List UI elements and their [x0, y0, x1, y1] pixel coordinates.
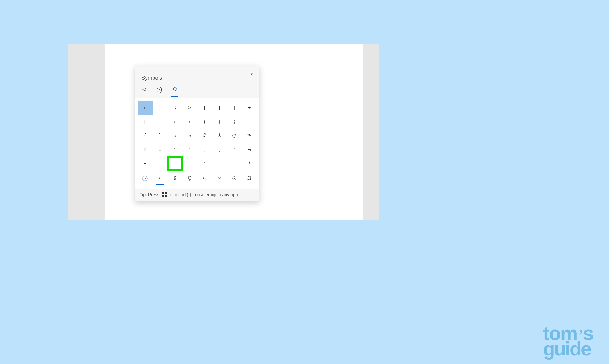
- tab-symbols[interactable]: Ω: [171, 86, 178, 94]
- symbol-cell[interactable]: {: [138, 129, 153, 143]
- symbol-cell[interactable]: “: [182, 157, 197, 171]
- symbol-cell[interactable]: «: [167, 129, 182, 143]
- symbol-cell[interactable]: ™: [242, 129, 257, 143]
- cat-recent[interactable]: 🕒: [138, 172, 153, 184]
- symbol-cell[interactable]: }: [153, 129, 167, 143]
- tip-bar: Tip: Press + period (.) to use emoji in …: [135, 189, 259, 201]
- symbol-cell[interactable]: ®: [212, 129, 227, 143]
- symbol-cell[interactable]: ÷: [138, 157, 153, 171]
- symbol-cell[interactable]: ‟: [227, 157, 242, 171]
- tab-emoji[interactable]: ☺: [141, 86, 148, 94]
- cat-geometric[interactable]: ☉: [227, 172, 242, 184]
- svg-rect-0: [162, 192, 164, 194]
- symbol-cell[interactable]: ‹: [167, 115, 182, 129]
- symbol-grid: ()<>[]|+[]‹›()¦-{}«»©®℗™×=‘’,‚‛¬÷–—“”„‟/: [136, 101, 259, 171]
- symbol-cell[interactable]: ”: [197, 157, 212, 171]
- cat-punctuation[interactable]: <: [153, 172, 167, 184]
- symbol-cell[interactable]: ): [153, 101, 167, 115]
- symbol-cell[interactable]: ]: [153, 115, 167, 129]
- cat-arrows[interactable]: ⇆: [197, 172, 212, 184]
- panel-title: Symbols: [141, 75, 253, 81]
- svg-rect-1: [165, 192, 167, 194]
- symbol-cell[interactable]: <: [167, 101, 182, 115]
- symbol-cell[interactable]: ¬: [242, 143, 257, 157]
- symbol-cell[interactable]: ¦: [227, 115, 242, 129]
- symbol-cell[interactable]: -: [242, 115, 257, 129]
- panel-header: Symbols ✕: [135, 66, 259, 83]
- tip-prefix: Tip: Press: [140, 192, 160, 197]
- symbol-cell[interactable]: »: [182, 129, 197, 143]
- symbol-cell[interactable]: [: [138, 115, 153, 129]
- symbol-cell[interactable]: ’: [182, 143, 197, 157]
- svg-rect-2: [162, 195, 164, 197]
- toms-guide-watermark: tom ’ s guide: [543, 327, 593, 356]
- cat-currency[interactable]: $: [167, 172, 182, 184]
- symbol-cell[interactable]: ‚: [212, 143, 227, 157]
- document-background: Symbols ✕ ☺;-)Ω ()<>[]|+[]‹›()¦-{}«»©®℗™…: [68, 44, 379, 220]
- symbol-cell[interactable]: „: [212, 157, 227, 171]
- cat-language[interactable]: Ω: [242, 172, 257, 184]
- symbol-cell[interactable]: |: [227, 101, 242, 115]
- panel-tabs: ☺;-)Ω: [135, 83, 259, 98]
- symbol-cell[interactable]: ›: [182, 115, 197, 129]
- close-button[interactable]: ✕: [248, 71, 255, 77]
- symbol-cell[interactable]: ): [212, 115, 227, 129]
- symbol-cell[interactable]: +: [242, 101, 257, 115]
- symbol-cell[interactable]: ×: [138, 143, 153, 157]
- symbol-cell[interactable]: —: [167, 157, 182, 171]
- symbol-cell[interactable]: [: [197, 101, 212, 115]
- windows-key-icon: [162, 192, 167, 197]
- symbol-cell[interactable]: ‛: [227, 143, 242, 157]
- symbol-cell[interactable]: (: [138, 101, 153, 115]
- panel-body: ()<>[]|+[]‹›()¦-{}«»©®℗™×=‘’,‚‛¬÷–—“”„‟/…: [135, 98, 259, 189]
- symbol-cell[interactable]: >: [182, 101, 197, 115]
- symbol-cell[interactable]: ©: [197, 129, 212, 143]
- watermark-line2: guide: [543, 341, 593, 356]
- symbol-cell[interactable]: =: [153, 143, 167, 157]
- symbol-cell[interactable]: ℗: [227, 129, 242, 143]
- symbol-cell[interactable]: –: [153, 157, 167, 171]
- symbol-cell[interactable]: (: [197, 115, 212, 129]
- symbol-cell[interactable]: ,: [197, 143, 212, 157]
- cat-latin[interactable]: Ç: [182, 172, 197, 184]
- tip-rest: + period (.) to use emoji in any app: [169, 192, 238, 197]
- svg-rect-3: [165, 195, 167, 197]
- tab-kaomoji[interactable]: ;-): [156, 86, 163, 94]
- category-row: 🕒<$Ç⇆∞☉Ω: [136, 171, 259, 187]
- emoji-panel: Symbols ✕ ☺;-)Ω ()<>[]|+[]‹›()¦-{}«»©®℗™…: [135, 66, 259, 201]
- cat-math[interactable]: ∞: [212, 172, 227, 184]
- symbol-cell[interactable]: /: [242, 157, 257, 171]
- symbol-cell[interactable]: ‘: [167, 143, 182, 157]
- symbol-cell[interactable]: ]: [212, 101, 227, 115]
